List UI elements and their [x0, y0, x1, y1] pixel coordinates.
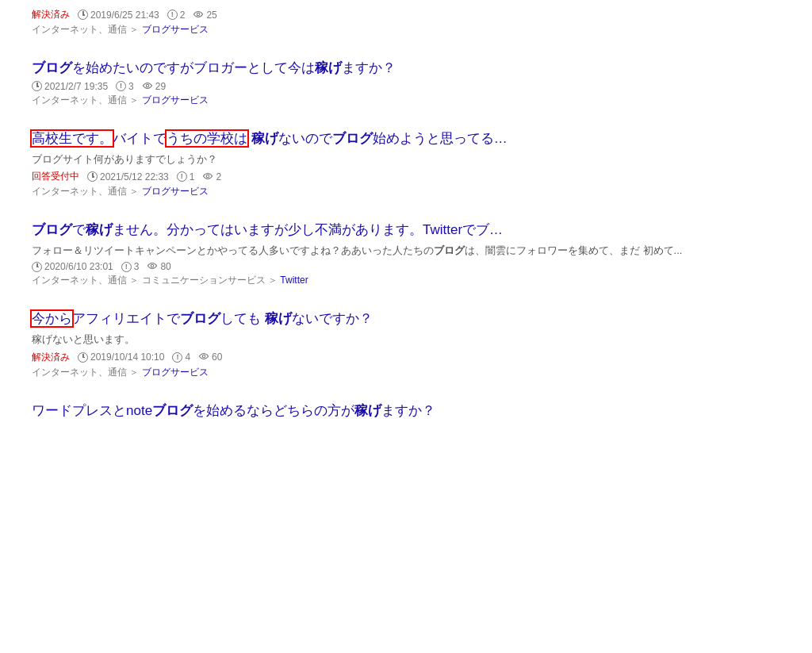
- meta-answers-item-4: ! 4: [172, 351, 190, 363]
- breadcrumb-1: インターネット、通信 ＞ ブログサービス: [32, 94, 780, 107]
- result-meta-4: 解決済み 2019/10/14 10:10 ! 4 60: [32, 351, 780, 364]
- eye-icon-3: [147, 261, 158, 272]
- exclaim-icon: !: [167, 10, 178, 20]
- breadcrumb-link[interactable]: ブログサービス: [142, 24, 209, 35]
- title-highlight: ブログ: [32, 60, 72, 75]
- clock-icon-3: [32, 262, 42, 272]
- svg-point-0: [197, 13, 201, 16]
- title-highlight-7: ブログ: [180, 311, 220, 326]
- result-5: ワードプレスとnoteブログを始めるならどちらの方が稼げますか？: [32, 390, 780, 435]
- meta-date-item: 2019/6/25 21:43: [78, 10, 159, 21]
- breadcrumb-link-3[interactable]: Twitter: [280, 275, 308, 286]
- meta-answers-2: 1: [190, 171, 195, 182]
- meta-date-4: 2019/10/14 10:10: [90, 351, 164, 363]
- result-4: 今からアフィリエイトでブログしても 稼げないですか？ 稼げないと思います。 解決…: [32, 298, 780, 390]
- result-meta-1: 2021/2/7 19:35 ! 3 29: [32, 81, 780, 92]
- meta-date-item-2: 2021/5/12 22:33: [87, 171, 169, 182]
- clock-icon: [78, 10, 88, 20]
- breadcrumb-link-4[interactable]: ブログサービス: [142, 367, 209, 378]
- meta-views-3: 80: [160, 261, 170, 272]
- meta-views-item-2: 2: [202, 171, 221, 182]
- breadcrumb-4: インターネット、通信 ＞ ブログサービス: [32, 366, 780, 379]
- result-title-3[interactable]: ブログで稼げません。分かってはいますが少し不満があります。Twitterでブ…: [32, 221, 780, 240]
- meta-views: 25: [206, 10, 216, 21]
- breadcrumb-3: インターネット、通信 ＞ コミュニケーションサービス ＞ Twitter: [32, 274, 780, 287]
- eye-icon-2: [202, 171, 213, 182]
- meta-views-1: 29: [155, 81, 166, 92]
- snippet-bold-1: ブログ: [434, 244, 465, 256]
- meta-answers-item-1: ! 3: [116, 81, 134, 92]
- meta-date-3: 2020/6/10 23:01: [44, 261, 113, 272]
- svg-point-1: [146, 84, 149, 87]
- clock-icon-1: [32, 81, 42, 91]
- status-badge-2: 回答受付中: [32, 170, 79, 183]
- meta-views-item-4: 60: [198, 351, 222, 363]
- meta-date: 2019/6/25 21:43: [90, 10, 159, 21]
- title-highlight-10: 稼げ: [354, 403, 381, 418]
- result-title-5[interactable]: ワードプレスとnoteブログを始めるならどちらの方が稼げますか？: [32, 401, 780, 421]
- svg-point-2: [207, 175, 210, 178]
- exclaim-icon-4: !: [172, 352, 182, 363]
- result-title-2[interactable]: 高校生です。バイトでうちの学校は 稼げないのでブログ始めようと思ってる…: [32, 129, 780, 148]
- meta-answers-3: 3: [134, 261, 140, 272]
- title-highlight-9: ブログ: [152, 403, 193, 418]
- result-1: ブログを始めたいのですがブロガーとして今は稼げますか？ 2021/2/7 19:…: [32, 48, 780, 118]
- meta-answers-item: ! 2: [167, 10, 186, 21]
- meta-views-item: 25: [193, 10, 216, 21]
- eye-icon: [193, 10, 204, 21]
- result-2: 高校生です。バイトでうちの学校は 稼げないのでブログ始めようと思ってる… ブログ…: [32, 118, 780, 209]
- box-highlight-1: 高校生です。: [32, 131, 113, 146]
- title-highlight-2: 稼げ: [315, 60, 342, 75]
- title-highlight-4: ブログ: [332, 131, 373, 146]
- svg-point-4: [202, 355, 205, 358]
- result-top-partial: 解決済み 2019/6/25 21:43 ! 2 25 インターネット、通信 ＞…: [32, 0, 780, 48]
- breadcrumb-link-1[interactable]: ブログサービス: [142, 94, 209, 106]
- clock-icon-4: [78, 352, 88, 363]
- title-highlight-5: ブログ: [32, 222, 72, 237]
- meta-date-item-4: 2019/10/14 10:10: [78, 351, 164, 363]
- meta-answers-4: 4: [185, 351, 190, 363]
- result-meta-3: 2020/6/10 23:01 ! 3 80: [32, 261, 780, 272]
- result-title-1[interactable]: ブログを始めたいのですがブロガーとして今は稼げますか？: [32, 59, 780, 78]
- breadcrumb-link-2[interactable]: ブログサービス: [142, 186, 209, 197]
- result-snippet-2: ブログサイト何がありますでしょうか？: [32, 152, 780, 167]
- result-title-4[interactable]: 今からアフィリエイトでブログしても 稼げないですか？: [32, 309, 780, 328]
- result-snippet-4: 稼げないと思います。: [32, 332, 780, 348]
- result-snippet-3: フォロー＆リツイートキャンペーンとかやってる人多いですよね？ああいった人たちのブ…: [32, 243, 780, 259]
- title-highlight-3: 稼げ: [251, 131, 278, 146]
- breadcrumb-2: インターネット、通信 ＞ ブログサービス: [32, 185, 780, 198]
- box-highlight-2: うちの学校は: [167, 131, 247, 146]
- meta-answers-item-3: ! 3: [121, 261, 140, 272]
- result-3: ブログで稼げません。分かってはいますが少し不満があります。Twitterでブ… …: [32, 209, 780, 298]
- meta-views-2: 2: [216, 171, 221, 182]
- meta-date-2: 2021/5/12 22:33: [100, 171, 169, 182]
- exclaim-icon-1: !: [116, 81, 126, 91]
- result-meta: 解決済み 2019/6/25 21:43 ! 2 25: [32, 8, 780, 21]
- meta-date-item-1: 2021/2/7 19:35: [32, 81, 108, 92]
- breadcrumb: インターネット、通信 ＞ ブログサービス: [32, 23, 780, 36]
- result-meta-2: 回答受付中 2021/5/12 22:33 ! 1 2: [32, 170, 780, 183]
- meta-views-item-3: 80: [147, 261, 170, 272]
- meta-date-1: 2021/2/7 19:35: [44, 81, 108, 92]
- status-badge: 解決済み: [32, 8, 70, 21]
- eye-icon-4: [198, 351, 209, 363]
- clock-icon-2: [87, 171, 98, 182]
- meta-answers-item-2: ! 1: [177, 171, 195, 182]
- meta-answers-1: 3: [128, 81, 134, 92]
- eye-icon-1: [142, 81, 153, 92]
- svg-point-3: [151, 265, 155, 268]
- meta-answers: 2: [180, 10, 186, 21]
- title-highlight-8: 稼げ: [265, 311, 292, 326]
- meta-views-item-1: 29: [142, 81, 166, 92]
- title-highlight-6: 稼げ: [86, 222, 113, 237]
- exclaim-icon-3: !: [121, 262, 132, 272]
- box-highlight-3: 今から: [32, 311, 72, 326]
- meta-date-item-3: 2020/6/10 23:01: [32, 261, 113, 272]
- status-badge-4: 解決済み: [32, 351, 70, 364]
- meta-views-4: 60: [212, 351, 222, 363]
- exclaim-icon-2: !: [177, 171, 187, 182]
